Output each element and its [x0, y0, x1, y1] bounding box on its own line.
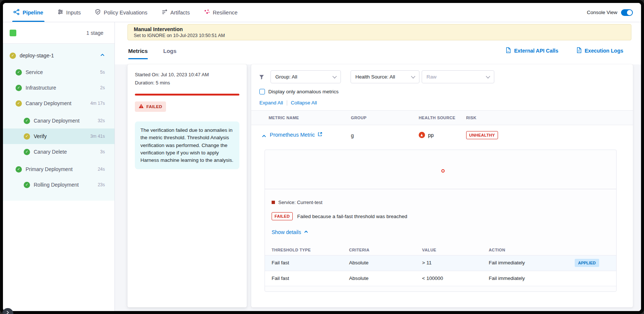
collapse-all-link[interactable]: Collapse All [291, 100, 317, 106]
banner-subtitle: Set to IGNORE on 10-Jul-2023 10:50:51 AM [134, 33, 625, 38]
health-source-filter-select[interactable]: Health Source: All [351, 70, 419, 83]
success-check-icon [24, 149, 30, 155]
tab-label: Metrics [128, 48, 148, 54]
anomalous-metrics-checkbox[interactable] [259, 89, 265, 94]
metric-name-label: Prometheus Metric [270, 132, 315, 138]
step-canary-delete[interactable]: Canary Delete 3s [3, 144, 114, 160]
nav-tab-inputs[interactable]: Inputs [57, 3, 81, 22]
nav-tab-label: Artifacts [170, 10, 190, 16]
header-links: External API Calls Execution Logs [505, 47, 623, 54]
step-rolling-deployment[interactable]: Rolling Deployment 23s [3, 177, 114, 193]
manual-intervention-banner: Manual Intervention Set to IGNORE on 10-… [127, 24, 631, 40]
detail-tabs-row: Metrics Logs External API Calls [128, 41, 623, 60]
metrics-panel: Group: All Health Source: All Raw Displa… [251, 64, 633, 307]
metric-detail-box: Service: Current-test FAILED Failed beca… [265, 150, 617, 292]
filter-funnel-icon[interactable] [259, 74, 265, 81]
success-check-icon [24, 182, 30, 188]
execution-logs-link[interactable]: Execution Logs [576, 47, 623, 54]
chevron-right-icon [6, 309, 10, 314]
warning-triangle-icon [139, 103, 144, 110]
show-details-link[interactable]: Show details [272, 229, 308, 235]
duration-text: Duration: 5 mins [135, 80, 239, 86]
api-document-icon [505, 47, 511, 54]
step-duration: 24s [98, 167, 105, 172]
nav-tab-resilience[interactable]: Resilience [204, 3, 238, 22]
stage-row-deploy-stage-1[interactable]: deploy-stage-1 [3, 47, 114, 64]
step-infrastructure[interactable]: Infrastructure 2s [3, 80, 114, 96]
nav-tab-artifacts[interactable]: Artifacts [162, 3, 190, 22]
chevron-down-icon [332, 74, 336, 78]
step-label: Infrastructure [26, 85, 56, 91]
success-check-icon [16, 85, 22, 91]
failure-reason-row: FAILED Failed because a fail-fast thresh… [272, 212, 407, 220]
step-label: Canary Delete [34, 149, 67, 155]
tab-metrics[interactable]: Metrics [128, 41, 148, 60]
nav-tab-policy-evaluations[interactable]: Policy Evaluations [95, 3, 147, 22]
failed-badge: FAILED [272, 212, 293, 220]
metrics-table-header: METRIC NAME GROUP HEALTH SOURCE RISK [251, 110, 633, 125]
chevron-up-icon[interactable] [100, 52, 105, 59]
console-view-label: Console View [587, 10, 617, 15]
step-duration: 3m 41s [90, 134, 105, 139]
success-check-icon [16, 69, 22, 76]
stage-name: deploy-stage-1 [20, 53, 54, 59]
chart-point-marker [441, 169, 445, 173]
nav-tab-pipeline[interactable]: Pipeline [13, 3, 43, 22]
step-verify[interactable]: Verify 3m 41s [3, 128, 114, 144]
tab-logs[interactable]: Logs [163, 41, 177, 60]
metric-table-row: Prometheus Metric g pp UNHEALTHY [251, 125, 633, 146]
divider [287, 100, 287, 106]
step-duration: 23s [98, 182, 105, 187]
nav-tab-label: Pipeline [23, 10, 43, 16]
applied-tag: APPLIED [575, 259, 599, 267]
tab-label: Logs [163, 48, 177, 54]
health-source-cell: pp [419, 132, 434, 138]
checkbox-label: Display only anomalous metrics [268, 89, 339, 94]
failed-status-label: FAILED [146, 104, 162, 109]
failure-reason-text: Failed because a fail-fast threshold was… [297, 214, 407, 219]
value-cell: < 100000 [422, 275, 443, 281]
warning-check-icon [16, 100, 22, 107]
step-canary-deployment[interactable]: Canary Deployment 32s [3, 113, 114, 128]
criteria-cell: Absolute [349, 260, 369, 265]
column-header-metric-name: METRIC NAME [269, 116, 299, 120]
expand-collapse-controls: Expand All Collapse All [259, 100, 317, 106]
criteria-cell: Absolute [349, 275, 369, 281]
step-primary-deployment[interactable]: Primary Deployment 24s [3, 161, 114, 177]
chart-legend: Service: Current-test [272, 200, 322, 205]
collapse-row-chevron-up-icon[interactable] [262, 133, 266, 140]
success-check-icon [16, 166, 22, 173]
failed-status-pill: FAILED [135, 101, 166, 112]
screenshot-frame: Pipeline Inputs Policy Evaluations Artif… [0, 0, 644, 314]
step-service[interactable]: Service 5s [3, 64, 114, 80]
started-on-text: Started On: Jul 10, 2023 10:47 AM [135, 72, 239, 77]
top-nav: Pipeline Inputs Policy Evaluations Artif… [3, 3, 641, 22]
step-duration: 3s [100, 149, 105, 154]
link-label: Execution Logs [585, 48, 623, 54]
anomalous-metrics-filter: Display only anomalous metrics [259, 89, 339, 94]
column-header-threshold-type: THRESHOLD TYPE [272, 248, 311, 252]
health-source-label: pp [428, 132, 434, 138]
metric-group-value: g [351, 133, 354, 138]
external-api-calls-link[interactable]: External API Calls [505, 47, 558, 54]
metric-name-link[interactable]: Prometheus Metric [270, 132, 322, 138]
step-label: Primary Deployment [26, 166, 73, 172]
step-duration: 5s [100, 70, 105, 75]
threshold-type-cell: Fail fast [272, 260, 289, 265]
prometheus-health-source-icon [419, 132, 425, 138]
chevron-down-icon [486, 74, 490, 78]
pipeline-icon [13, 9, 20, 16]
metric-view-select[interactable]: Raw [422, 70, 494, 83]
banner-title: Manual Intervention [134, 26, 625, 32]
group-filter-select[interactable]: Group: All [270, 70, 341, 83]
resilience-icon [204, 9, 210, 16]
step-canary-deployment-group[interactable]: Canary Deployment 4m 17s [3, 96, 114, 111]
nav-tab-label: Resilience [213, 10, 238, 16]
app-window: Pipeline Inputs Policy Evaluations Artif… [3, 3, 641, 311]
chevron-down-icon [411, 74, 415, 78]
console-view-toggle[interactable] [621, 9, 633, 16]
toggle-knob [627, 10, 632, 15]
expand-all-link[interactable]: Expand All [259, 100, 283, 106]
shield-check-icon [95, 9, 101, 16]
main-content: Manual Intervention Set to IGNORE on 10-… [115, 22, 641, 311]
